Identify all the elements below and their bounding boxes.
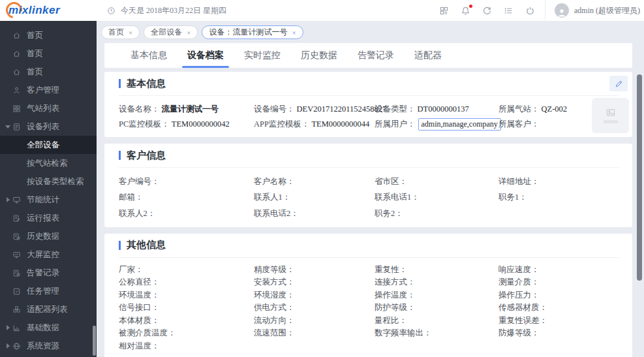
screen-icon (12, 251, 21, 259)
sidebar-scrollbar-thumb[interactable] (93, 326, 96, 356)
field: 联系人1： (254, 190, 375, 206)
field-value: DEV201712201152458827 (297, 104, 387, 114)
field: 供电方式： (254, 302, 375, 315)
field-label: 操作压力： (498, 290, 540, 301)
sidebar-item[interactable]: 适配器列表 (0, 300, 97, 318)
field: 测量介质： (498, 276, 619, 289)
sidebar-item-label: 系统资源 (27, 341, 59, 352)
home-icon (12, 50, 21, 58)
sidebar-item-label: 气站列表 (27, 103, 59, 114)
caret-icon (5, 288, 10, 294)
sidebar-item[interactable]: 基础数据 (0, 318, 97, 337)
field-label: 所属客户： (498, 119, 540, 130)
field-label: 连接方式： (375, 277, 416, 288)
sidebar-item[interactable]: 首页 (0, 44, 97, 63)
tab[interactable]: 设备档案 (187, 43, 224, 68)
field: 重复性误差： (498, 315, 619, 328)
close-icon[interactable]: × (292, 29, 296, 37)
bell-icon[interactable] (460, 5, 470, 16)
field: 信号接口： (119, 302, 254, 315)
alarm-icon (12, 269, 21, 277)
monitor-icon (12, 196, 21, 204)
tab[interactable]: 基本信息 (130, 43, 167, 68)
field-label: 省市区： (375, 176, 407, 187)
power-icon[interactable] (525, 5, 535, 16)
username: admin (超级管理员) (574, 5, 640, 16)
caret-icon (5, 124, 10, 129)
sidebar-item[interactable]: 首页 (0, 26, 97, 44)
breadcrumb-tag[interactable]: 设备：流量计测试一号 × (202, 25, 303, 39)
sidebar-item[interactable]: 全部设备 (0, 136, 97, 154)
sidebar-item[interactable]: 节能统计 (0, 191, 97, 209)
field-value[interactable]: admin,manage,company (418, 118, 501, 131)
field-label: APP监控模板： (254, 119, 309, 130)
breadcrumb: 首页 × 全部设备 × 设备：流量计测试一号 × (101, 25, 632, 39)
field-label: 所属用户： (375, 119, 416, 130)
sidebar-item[interactable]: 首页 (0, 63, 97, 81)
tab[interactable]: 历史数据 (301, 43, 337, 68)
page-scrollbar-thumb[interactable] (637, 74, 642, 281)
brand-logo[interactable]: mixlinker (0, 0, 97, 21)
clock-icon (107, 7, 115, 15)
sidebar-item[interactable]: 大屏监控 (0, 245, 97, 264)
device-image-placeholder[interactable] (592, 98, 629, 133)
user-menu[interactable]: admin (超级管理员) (545, 0, 640, 21)
field: APP监控模板： TEM0000000044 (254, 117, 375, 132)
caret-icon (5, 87, 10, 93)
sidebar-item[interactable]: 客户管理 (0, 81, 97, 99)
sidebar-item[interactable]: 告警记录 (0, 264, 97, 282)
sidebar-item[interactable]: 任务管理 (0, 282, 97, 300)
field-label: 量程比： (375, 315, 407, 326)
tab[interactable]: 实时监控 (244, 43, 281, 68)
refresh-icon[interactable] (482, 5, 492, 16)
field-label: 传感器材质： (498, 302, 547, 313)
adapter-icon (12, 305, 21, 314)
history-icon (12, 232, 21, 241)
field-label: 流动方向： (254, 315, 295, 326)
avatar (555, 3, 569, 18)
field-label: 设备类型： (375, 104, 416, 115)
section-header: 基本信息 (119, 72, 619, 96)
sidebar-item[interactable]: 历史数据 (0, 227, 97, 245)
field: 客户名称： (254, 174, 375, 190)
sidebar-item[interactable]: 系统资源 (0, 337, 97, 355)
doc-icon (12, 123, 21, 131)
field: 环境温度： (119, 289, 254, 302)
image-placeholder-caption (604, 120, 618, 123)
field: 职务1： (498, 190, 619, 206)
other-info-fields: 厂家： 精度等级： 重复性： 响应速度： (119, 258, 619, 353)
sidebar-item[interactable]: 按气站检索 (0, 154, 97, 172)
image-icon (605, 108, 617, 117)
sidebar-item-label: 运行报表 (27, 213, 59, 224)
breadcrumb-tag[interactable]: 全部设备 × (144, 25, 198, 39)
close-icon[interactable]: × (129, 29, 132, 37)
sidebar-item-label: 按气站检索 (27, 158, 68, 169)
other-info-section: 其他信息 厂家： 精度等级： 重复性： (104, 234, 632, 357)
field: 相对温度： (119, 340, 254, 353)
sidebar-item[interactable]: 气站列表 (0, 99, 97, 117)
field-label: PC监控模板： (119, 119, 170, 130)
close-icon[interactable]: × (187, 29, 191, 37)
list-icon[interactable] (503, 5, 514, 16)
apps-icon[interactable] (438, 5, 449, 16)
report-icon (12, 214, 21, 223)
sidebar-item[interactable]: 运行报表 (0, 209, 97, 227)
tab-label: 设备档案 (187, 50, 224, 61)
edit-button[interactable] (609, 76, 628, 91)
caret-icon (5, 215, 10, 221)
section-accent-bar (119, 151, 121, 160)
sidebar-item[interactable]: 按设备类型检索 (0, 172, 97, 191)
field-label: 数字频率输出： (375, 328, 432, 339)
field-label: 流速范围： (254, 328, 295, 339)
field-value: QZ-002 (542, 104, 568, 114)
field-label: 精度等级： (254, 264, 295, 275)
field-label: 邮箱： (119, 192, 144, 203)
sidebar-item[interactable]: 设备列表 (0, 117, 97, 136)
sidebar-item-label: 首页 (27, 67, 43, 78)
date-display: 今天是 2018年03月22日 星期四 (107, 5, 226, 16)
tab[interactable]: 告警记录 (358, 43, 394, 68)
tab[interactable]: 适配器 (414, 43, 442, 68)
field-label: 操作温度： (375, 290, 416, 301)
field: 传感器材质： (498, 302, 619, 315)
breadcrumb-tag[interactable]: 首页 × (101, 25, 140, 39)
